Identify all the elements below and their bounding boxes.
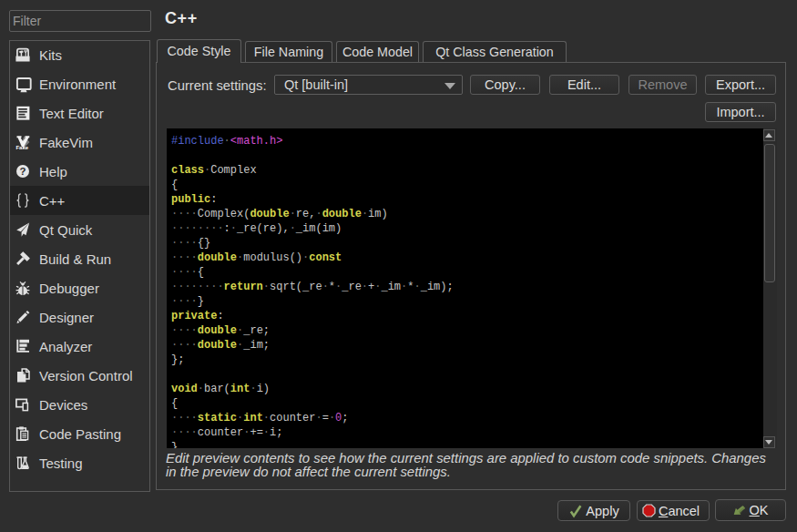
svg-text:?: ? <box>19 166 26 177</box>
svg-text:Fake: Fake <box>15 145 28 149</box>
